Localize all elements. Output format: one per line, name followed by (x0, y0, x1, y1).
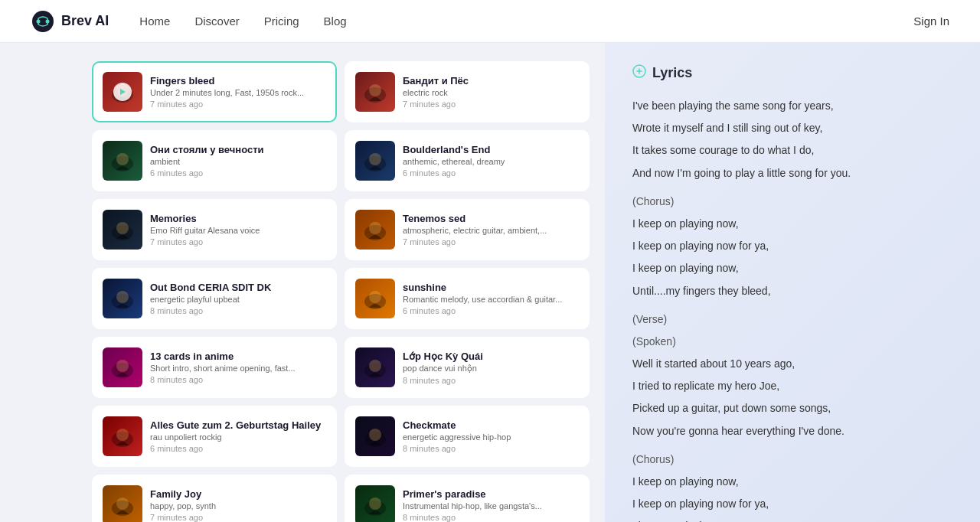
song-time: 7 minutes ago (150, 237, 326, 246)
song-title: Memories (150, 213, 326, 224)
song-thumbnail (103, 347, 142, 387)
song-card[interactable]: Lớp Học Kỳ Quáipop dance vui nhộn8 minut… (345, 337, 590, 398)
nav-blog[interactable]: Blog (324, 15, 347, 28)
song-thumbnail (103, 141, 142, 181)
song-card[interactable]: Out Bond CERIA SDIT DKenergetic playful … (92, 268, 337, 329)
svg-point-27 (369, 291, 381, 303)
song-info: Family Joyhappy, pop, synth7 minutes ago (150, 488, 326, 522)
song-info: Out Bond CERIA SDIT DKenergetic playful … (150, 282, 326, 315)
svg-point-1 (37, 19, 41, 23)
song-time: 7 minutes ago (150, 513, 326, 522)
song-time: 8 minutes ago (150, 375, 326, 384)
song-description: Instrumental hip-hop, like gangsta's... (403, 501, 579, 511)
song-description: Short intro, short anime opening, fast..… (150, 364, 326, 373)
song-title: Lớp Học Kỳ Quái (403, 351, 579, 362)
song-card[interactable]: Они стояли у вечностиambient6 minutes ag… (92, 130, 337, 191)
lyrics-line: Picked up a guitar, put down some songs, (632, 399, 952, 418)
sign-in-button[interactable]: Sign In (913, 15, 949, 28)
song-card[interactable]: Tenemos sedatmospheric, electric guitar,… (345, 199, 590, 260)
song-title: Бандит и Пёс (403, 75, 579, 86)
lyrics-line: Until....my fingers they bleed, (632, 282, 952, 301)
svg-point-36 (116, 429, 129, 441)
song-description: Romantic melody, use accordian & guitar.… (403, 295, 579, 304)
svg-point-2 (46, 19, 50, 23)
play-button[interactable] (113, 83, 132, 101)
song-card[interactable]: 13 cards in animeShort intro, short anim… (92, 337, 337, 398)
lyrics-line: Well it started about 10 years ago, (632, 354, 952, 374)
svg-point-45 (369, 498, 381, 510)
logo[interactable]: Brev AI (31, 9, 109, 34)
lyrics-line: I keep on playing now for ya, (632, 494, 952, 514)
lyrics-line: I keep on playing now, (632, 214, 952, 233)
song-thumbnail (355, 485, 395, 522)
song-card[interactable]: Checkmateenergetic aggressive hip-hop8 m… (345, 406, 590, 467)
song-thumbnail (103, 416, 142, 456)
song-thumbnail (355, 210, 395, 250)
lyrics-line: I tried to replicate my hero Joe, (632, 377, 952, 396)
song-title: Primer's paradise (403, 488, 579, 500)
song-time: 6 minutes ago (150, 168, 326, 178)
song-card[interactable]: Boulderland's Endanthemic, ethereal, dre… (345, 130, 590, 191)
song-card[interactable]: Бандит и Пёсelectric rock7 minutes ago (345, 61, 590, 122)
song-card[interactable]: Alles Gute zum 2. Geburtstag Haileyrau u… (92, 406, 337, 467)
song-title: Family Joy (150, 488, 326, 500)
song-info: Lớp Học Kỳ Quáipop dance vui nhộn8 minut… (403, 351, 579, 385)
song-info: Бандит и Пёсelectric rock7 minutes ago (403, 75, 579, 109)
navbar: Brev AI Home Discover Pricing Blog Sign … (0, 0, 980, 43)
song-description: Under 2 minutes long, Fast, 1950s rock..… (150, 88, 326, 97)
lyrics-line: And now I'm going to play a little song … (632, 164, 952, 183)
nav-discover[interactable]: Discover (194, 15, 239, 28)
song-description: Emo Riff guitar Alesana voice (150, 226, 326, 235)
song-description: electric rock (403, 88, 579, 97)
song-title: Tenemos sed (403, 213, 579, 224)
lyrics-line: I keep on playing now, (632, 259, 952, 278)
nav-pricing[interactable]: Pricing (264, 15, 299, 28)
lyrics-header: Lyrics (632, 64, 952, 81)
song-thumbnail (355, 72, 395, 112)
nav-home[interactable]: Home (139, 15, 170, 28)
lyrics-line: It takes some courage to do what I do, (632, 141, 952, 160)
svg-point-21 (369, 222, 381, 234)
song-list-area: Fingers bleedUnder 2 minutes long, Fast,… (0, 43, 605, 522)
svg-point-30 (116, 360, 129, 372)
song-title: sunshine (403, 282, 579, 293)
svg-point-0 (32, 11, 54, 32)
song-info: 13 cards in animeShort intro, short anim… (150, 351, 326, 384)
song-time: 6 minutes ago (403, 306, 579, 315)
song-time: 8 minutes ago (403, 513, 579, 522)
song-card[interactable]: sunshineRomantic melody, use accordian &… (345, 268, 590, 329)
lyrics-title: Lyrics (652, 65, 692, 81)
song-thumbnail (103, 485, 142, 522)
song-card[interactable]: Primer's paradiseInstrumental hip-hop, l… (345, 475, 590, 522)
song-info: Boulderland's Endanthemic, ethereal, dre… (403, 144, 579, 178)
song-time: 7 minutes ago (403, 237, 579, 246)
main-content: Fingers bleedUnder 2 minutes long, Fast,… (0, 43, 980, 522)
svg-point-18 (116, 222, 129, 234)
song-time: 8 minutes ago (150, 306, 326, 315)
song-time: 8 minutes ago (403, 376, 579, 385)
lyrics-section-label: (Chorus) (632, 450, 952, 469)
song-description: ambient (150, 157, 326, 166)
song-thumbnail (355, 347, 395, 387)
song-title: Alles Gute zum 2. Geburtstag Hailey (150, 419, 326, 431)
song-card[interactable]: Family Joyhappy, pop, synth7 minutes ago (92, 475, 337, 522)
song-title: Checkmate (403, 419, 579, 431)
lyrics-section-label: (Verse) (632, 310, 952, 329)
song-grid: Fingers bleedUnder 2 minutes long, Fast,… (92, 61, 590, 522)
lyrics-line: I keep on playing now, (632, 472, 952, 491)
song-thumbnail (103, 279, 142, 318)
song-card[interactable]: MemoriesEmo Riff guitar Alesana voice7 m… (92, 199, 337, 260)
song-thumbnail (103, 210, 142, 250)
svg-point-9 (369, 84, 381, 96)
lyrics-section-label: (Spoken) (632, 332, 952, 351)
song-card[interactable]: Fingers bleedUnder 2 minutes long, Fast,… (92, 61, 337, 122)
song-title: 13 cards in anime (150, 351, 326, 362)
svg-point-24 (116, 291, 129, 303)
lyrics-line: I keep on playing now for ya, (632, 237, 952, 256)
song-time: 7 minutes ago (403, 100, 579, 109)
song-thumbnail (355, 279, 395, 318)
song-description: energetic playful upbeat (150, 295, 326, 304)
svg-marker-6 (120, 89, 126, 95)
lyrics-line: I keep on playing now, (632, 517, 952, 522)
svg-point-15 (369, 153, 381, 165)
